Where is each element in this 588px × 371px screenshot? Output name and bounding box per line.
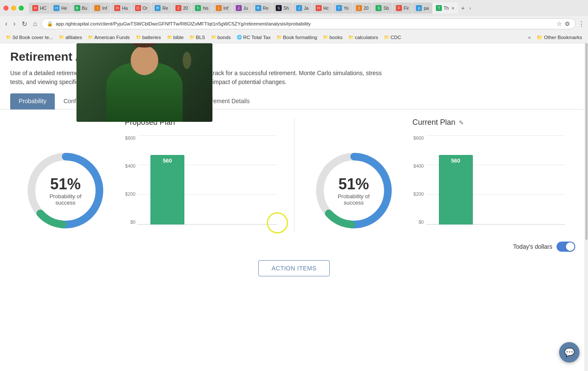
current-plan-donut: 51% Probability of success <box>311 148 396 233</box>
tab-re2[interactable]: RRe <box>252 3 272 14</box>
new-tab-button[interactable]: + <box>458 4 467 12</box>
todays-dollars-label: Today's dollars <box>513 243 552 250</box>
proposed-plan-section: Proposed Plan 51% <box>10 118 290 233</box>
current-donut-center: 51% Probability of success <box>333 175 375 206</box>
current-label: Probability of success <box>333 193 375 206</box>
tab-hc[interactable]: HHC <box>29 3 50 14</box>
bookmark-books[interactable]: 📁books <box>320 34 345 41</box>
tab-overflow-button[interactable]: › <box>469 6 471 11</box>
current-plan-title: Current Plan ✎ <box>307 118 570 127</box>
tab-sh[interactable]: SSh <box>272 3 292 14</box>
proposed-plan-donut: 51% Probability of success <box>23 148 108 233</box>
tab-20-2[interactable]: 220 <box>353 3 372 14</box>
bookmark-bls[interactable]: 📁BLS <box>187 34 208 41</box>
bookmark-batteries[interactable]: 📁batteries <box>133 34 164 41</box>
plans-divider <box>294 118 294 233</box>
maximize-button[interactable] <box>19 6 24 11</box>
tab-sb[interactable]: SSb <box>372 3 392 14</box>
y-label-600: $600 <box>121 135 136 141</box>
scrollbar-thumb[interactable] <box>585 43 588 240</box>
tab-ja[interactable]: JJa <box>293 3 312 14</box>
bookmark-star-icon[interactable]: ☆ <box>557 20 562 27</box>
tab-active[interactable]: TTh✕ <box>433 3 458 14</box>
tab-yo[interactable]: YYo <box>333 3 352 14</box>
y-label-400: $400 <box>121 163 136 169</box>
y-label-0: $0 <box>121 219 136 225</box>
forward-button[interactable]: › <box>11 19 17 28</box>
proposed-bar-value: 560 <box>163 157 172 164</box>
tabs-row: HHC HHe BBu IInf HHa OOr RRe 220 hhis II… <box>29 3 585 14</box>
other-bookmarks[interactable]: 📁 Other Bookmarks <box>534 34 585 41</box>
tab-ha[interactable]: HHa <box>111 3 131 14</box>
bookmark-book-formatting[interactable]: 📁Book formatting <box>274 34 320 41</box>
chat-icon: 💬 <box>564 347 575 357</box>
bookmark-bible[interactable]: 📁bible <box>164 34 186 41</box>
minimize-button[interactable] <box>11 6 16 11</box>
back-button[interactable]: ‹ <box>3 19 9 28</box>
tab-20[interactable]: 220 <box>172 3 192 14</box>
tab-his[interactable]: hhis <box>192 3 212 14</box>
tab-inf2[interactable]: IInf <box>212 3 232 14</box>
current-percent: 51% <box>333 175 375 193</box>
tab-he[interactable]: HHe <box>50 3 70 14</box>
proposed-grid: 560 <box>138 135 277 225</box>
scrollbar-track[interactable] <box>585 43 588 371</box>
tab-probability[interactable]: Probability <box>10 93 55 110</box>
video-feed <box>76 43 212 122</box>
tab-or[interactable]: OOr <box>132 3 151 14</box>
action-bar: ACTION ITEMS <box>0 256 588 281</box>
bookmarks-overflow-button[interactable]: » <box>526 34 533 41</box>
action-items-button[interactable]: ACTION ITEMS <box>258 260 330 276</box>
current-y-0: $0 <box>409 219 424 225</box>
current-plan-chart-area: 51% Probability of success $600 $400 $20… <box>307 135 570 233</box>
bookmark-bonds[interactable]: 📁bonds <box>209 34 233 41</box>
tab-ju[interactable]: JJu <box>232 3 252 14</box>
address-bar[interactable]: 🔒 app.rightcapital.com/client/PyjuGwTSWC… <box>41 18 576 29</box>
video-overlay <box>76 43 212 122</box>
proposed-label: Probability of success <box>44 193 87 206</box>
extension-icon[interactable]: ⚙ <box>565 20 570 27</box>
current-y-600: $600 <box>409 135 424 141</box>
url-display: app.rightcapital.com/client/PyjuGwTSWCbl… <box>56 21 311 26</box>
address-bar-icons: ☆ ⚙ <box>557 20 570 27</box>
chat-button[interactable]: 💬 <box>559 342 580 363</box>
tab-pa[interactable]: ppa <box>413 3 432 14</box>
proposed-donut-center: 51% Probability of success <box>44 175 87 206</box>
browser-chrome: HHC HHe BBu IInf HHa OOr RRe 220 hhis II… <box>0 0 588 43</box>
todays-dollars-toggle[interactable] <box>557 242 575 252</box>
proposed-bar: 560 <box>150 155 184 225</box>
y-label-200: $200 <box>121 191 136 197</box>
current-plan-section: Current Plan ✎ 51% Probability of succ <box>299 118 578 233</box>
current-y-400: $400 <box>409 163 424 169</box>
current-bar: 560 <box>439 155 473 225</box>
bookmark-american-funds[interactable]: 📁American Funds <box>85 34 133 41</box>
current-bar-value: 560 <box>451 157 461 164</box>
proposed-plan-chart-area: 51% Probability of success $600 $400 $20… <box>19 135 281 233</box>
bookmarks-bar: 📁3d Book cover te... 📁afiliates 📁America… <box>0 31 588 43</box>
tab-fir[interactable]: FFir <box>393 3 412 14</box>
refresh-button[interactable]: ↻ <box>20 19 29 29</box>
current-y-axis: $600 $400 $200 $0 <box>409 135 424 225</box>
bookmark-cdc[interactable]: 📁CDC <box>382 34 404 41</box>
bookmark-rc-total-tax[interactable]: 🌐RC Total Tax <box>234 34 273 41</box>
tab-inf1[interactable]: IInf <box>91 3 110 14</box>
home-button[interactable]: ⌂ <box>31 19 39 28</box>
proposed-y-axis: $600 $400 $200 $0 <box>121 135 136 225</box>
tab-bu[interactable]: BBu <box>71 3 91 14</box>
bookmark-3d-book[interactable]: 📁3d Book cover te... <box>3 34 56 41</box>
bottom-bar: Today's dollars <box>0 237 588 256</box>
title-bar: HHC HHe BBu IInf HHa OOr RRe 220 hhis II… <box>0 0 588 16</box>
current-grid: 560 <box>426 135 565 225</box>
bookmark-calculators[interactable]: 📁calculators <box>346 34 381 41</box>
current-bar-chart: $600 $400 $200 $0 560 <box>409 135 565 233</box>
tab-hc2[interactable]: HHc <box>312 3 332 14</box>
main-content: Proposed Plan 51% <box>0 110 588 233</box>
close-button[interactable] <box>3 6 8 11</box>
browser-menu-icon[interactable]: ⋮ <box>578 20 585 28</box>
current-y-200: $200 <box>409 191 424 197</box>
page-content: Retirement Analysis Use of a detailed re… <box>0 43 588 371</box>
tab-re[interactable]: RRe <box>151 3 171 14</box>
proposed-percent: 51% <box>44 175 87 193</box>
bookmark-afiliates[interactable]: 📁afiliates <box>57 34 85 41</box>
current-plan-edit-icon[interactable]: ✎ <box>459 119 464 126</box>
